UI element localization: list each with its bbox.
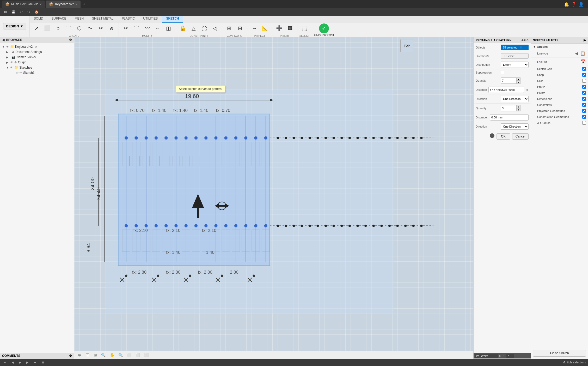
view-btn[interactable]: ⬜ (125, 352, 133, 358)
playback-prev[interactable]: ◀ (10, 360, 15, 365)
tree-item-origin[interactable]: ▶ 👁 ✛ Origin (1, 60, 73, 65)
design-dropdown[interactable]: DESIGN ▼ (3, 23, 26, 29)
objects-clear-icon[interactable]: ✕ (519, 45, 523, 50)
palette-expand-icon[interactable]: ▶ (584, 38, 586, 42)
sidebar-settings-icon[interactable]: ⚙ (69, 38, 72, 42)
distribution-select[interactable]: Extent (501, 62, 529, 68)
comments-settings-icon[interactable]: ⚙ (69, 354, 72, 358)
notification-icon[interactable]: 🔔 (564, 2, 569, 7)
ok-button[interactable]: OK (497, 133, 510, 140)
panel-expand-icon[interactable]: ◀◀ (521, 38, 525, 42)
triangle-constraint[interactable]: △ (189, 22, 199, 34)
panel-collapse-icon[interactable]: ✕ (526, 38, 529, 42)
new-tab-button[interactable]: + (82, 2, 87, 7)
tab-music-box[interactable]: 📦 Music Box Side v3* ✕ (2, 1, 45, 8)
distance1-input[interactable] (488, 87, 524, 93)
more-btn[interactable]: ⬜ (143, 352, 150, 358)
points-checkbox[interactable] (582, 91, 586, 95)
eye-sketches-icon[interactable]: 👁 (10, 66, 13, 69)
select-btn[interactable]: ⬚ (299, 22, 309, 34)
quantity1-down[interactable]: ▼ (516, 81, 520, 84)
profile-checkbox[interactable] (582, 85, 586, 89)
3d-sketch-checkbox[interactable] (582, 121, 586, 125)
quantity2-up[interactable]: ▲ (516, 105, 520, 108)
construction-geo-checkbox[interactable] (582, 115, 586, 119)
trim-tool[interactable]: ✂ (121, 22, 131, 34)
objects-button[interactable]: 75 selected ✕ (501, 45, 529, 50)
configure-btn[interactable]: ⊞ (224, 22, 234, 34)
redo-button[interactable]: ↪ (25, 9, 32, 15)
tree-item-keyboard[interactable]: ▼ 👁 📁 Keyboard v2 ⚙ (1, 44, 73, 49)
insert-image[interactable]: 🖼 (285, 22, 295, 34)
distance2-input[interactable] (490, 114, 529, 121)
zoom-in-btn[interactable]: 🔍 (100, 352, 107, 358)
arc-tool[interactable]: ⌒ (64, 22, 74, 34)
grid-btn[interactable]: ⊕ (76, 352, 83, 358)
circle-tool[interactable]: ○ (53, 22, 63, 34)
info-button[interactable]: i (490, 133, 494, 138)
close-tab-keyboard-icon[interactable]: ✕ (75, 3, 77, 6)
inspect-btn2[interactable]: 📐 (260, 22, 270, 34)
offset-tool[interactable]: ◫ (164, 22, 174, 34)
configure-table[interactable]: ⊟ (235, 22, 245, 34)
tree-item-sketch1[interactable]: 👁 ✏ Sketch1 (1, 70, 73, 75)
lookat-icon[interactable]: 📅 (580, 59, 586, 65)
dimensions-checkbox[interactable] (582, 97, 586, 101)
playback-start[interactable]: ⏮ (2, 360, 8, 364)
canvas-area[interactable]: TOP Select sketch curves to pattern. (74, 37, 473, 359)
distance1-fx-icon[interactable]: fx (526, 88, 528, 91)
quantity1-up[interactable]: ▲ (516, 77, 520, 81)
inspect-btn[interactable]: ↔ (249, 22, 259, 34)
eye-origin-icon[interactable]: 👁 (10, 61, 13, 64)
rect-tool[interactable]: ⬜ (42, 22, 52, 34)
linetype-left-icon[interactable]: ◀ (574, 50, 579, 56)
quantity2-input[interactable] (501, 105, 516, 111)
point-tool[interactable]: ✂ (96, 22, 106, 34)
snap-checkbox[interactable] (582, 73, 586, 77)
sketch-grid-checkbox[interactable] (582, 67, 586, 71)
zoom-out-btn[interactable]: 🔍 (117, 352, 124, 358)
timeline-btn[interactable]: ⊞ (40, 360, 46, 365)
quantity2-down[interactable]: ▼ (516, 108, 520, 111)
direction1-select[interactable]: One Direction (501, 96, 529, 102)
save-button[interactable]: 💾 (9, 9, 17, 15)
display-btn[interactable]: ⬜ (134, 352, 142, 358)
break-tool[interactable]: 〰 (142, 22, 152, 34)
dimension-tool[interactable]: ◁ (210, 22, 220, 34)
tree-item-sketches[interactable]: ▼ 👁 📁 Sketches (1, 65, 73, 70)
finish-sketch-section[interactable]: ✓ FINISH SKETCH (312, 22, 336, 38)
playback-play[interactable]: ▶ (17, 360, 23, 365)
polygon-tool[interactable]: ⬡ (75, 22, 84, 34)
apps-button[interactable]: ⊞ (2, 9, 9, 15)
eye-icon[interactable]: 👁 (6, 45, 9, 48)
layout-btn[interactable]: 📋 (84, 352, 91, 358)
sidebar-collapse-icon[interactable]: ◀ (2, 38, 4, 42)
help-icon[interactable]: ❓ (571, 2, 577, 7)
zoom-fit-btn[interactable]: ⊞ (92, 352, 99, 358)
home-button[interactable]: 🏠 (33, 9, 41, 15)
close-tab-icon[interactable]: ✕ (40, 3, 42, 6)
constraints-checkbox[interactable] (582, 103, 586, 107)
select-button[interactable]: ⊹ Select (501, 53, 529, 59)
linetype-right-icon[interactable]: 📋 (580, 50, 586, 56)
pan-btn[interactable]: ✋ (108, 352, 116, 358)
status-input[interactable] (475, 354, 498, 358)
undo-button[interactable]: ↩ (18, 9, 25, 15)
slice-checkbox[interactable] (582, 79, 586, 83)
tree-item-named-views[interactable]: ▶ 📷 Named Views (1, 55, 73, 60)
extend-tool[interactable]: ⌒ (132, 22, 142, 34)
suppression-checkbox[interactable] (501, 71, 504, 74)
insert-btn[interactable]: ➕ (274, 22, 284, 34)
lock-constraint[interactable]: 🔒 (178, 22, 188, 34)
user-icon[interactable]: 👤 (579, 2, 584, 7)
options-chevron[interactable]: ▼ (533, 45, 536, 48)
playback-next[interactable]: ▶ (25, 360, 30, 365)
spline-tool[interactable]: 〜 (85, 22, 95, 34)
direction2-select[interactable]: One Direction (501, 123, 529, 130)
quantity1-input[interactable]: 7 (501, 77, 516, 84)
tree-item-doc-settings[interactable]: ▶ ⚙ Document Settings (1, 49, 73, 55)
finish-sketch-button[interactable]: Finish Sketch (533, 350, 586, 357)
cancel-button[interactable]: Cancel (512, 133, 529, 140)
projected-geo-checkbox[interactable] (582, 109, 586, 113)
tab-keyboard[interactable]: 📦 Keyboard v2* ✕ (46, 1, 81, 8)
